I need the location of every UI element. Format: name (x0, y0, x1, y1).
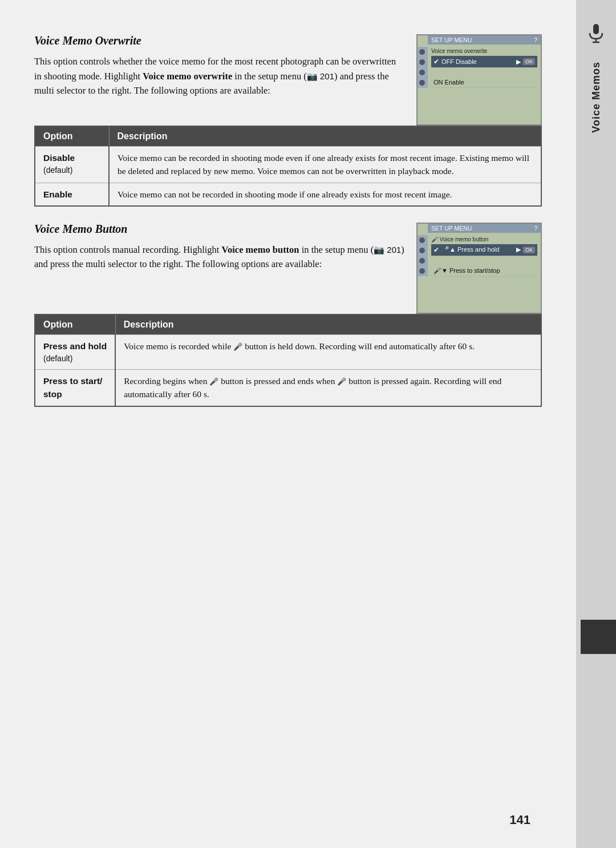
table2-row2-option: Press to start/stop (35, 370, 115, 406)
icon-dot-2 (419, 59, 425, 65)
table1-row2-desc: Voice memo can not be recorded in shooti… (109, 183, 541, 206)
icon-dot-3 (419, 70, 425, 75)
table2-row2-option-label: Press to start/stop (43, 376, 102, 399)
lcd2-title-bar: SET UP MENU ? (428, 224, 541, 233)
table2-row1-option-label: Press and hold (43, 341, 107, 351)
table2-col2-header: Description (115, 314, 541, 335)
page-container: Voice Memo Overwrite This option control… (0, 0, 576, 848)
lcd1-help: ? (534, 37, 537, 43)
table2-row1: Press and hold (default) Voice memo is r… (35, 334, 541, 369)
lcd1-title: SET UP MENU (431, 37, 472, 43)
table2-col1-header: Option (35, 314, 115, 335)
lcd2-row1: ✔ 🎤▲ Press and hold ▶ OK (431, 244, 537, 256)
lcd2-subtitle: 🎤 Voice memo button (431, 235, 537, 244)
lcd1-row2-label: ON Enable (433, 79, 464, 86)
lcd1-body: Voice memo overwrite ✔ OFF Disable ▶ OK … (428, 45, 541, 90)
section1-bold: Voice memo over­write (143, 71, 232, 82)
mic-icon-inline-3: 🎤 (337, 377, 346, 386)
lcd1-row1: ✔ OFF Disable ▶ OK (431, 56, 537, 68)
icon-dot-4 (419, 80, 425, 86)
icon-dot-7 (419, 258, 425, 264)
section2-screen: SET UP MENU ? 🎤 Voice memo button ✔ 🎤▲ P… (416, 223, 542, 314)
lcd1-row1-label: OFF Disable (441, 58, 477, 65)
tab-label-voice-memos: Voice Memos (590, 62, 602, 133)
table1-row1-sub: (default) (43, 164, 100, 176)
mic-icon-inline-2: 🎤 (209, 377, 218, 386)
table1-row2-option-label: Enable (43, 189, 72, 199)
table1-row1-desc: Voice memo can be recorded in shooting m… (109, 147, 541, 183)
section2-title: Voice Memo Button (34, 223, 405, 236)
lcd1-spacer (431, 68, 537, 77)
section-voice-memo-button: Voice Memo Button This option controls m… (34, 223, 542, 407)
section1-ref: 📷 201 (307, 71, 334, 81)
lcd-icons-left-1 (418, 47, 428, 88)
mic-tab-icon (586, 23, 606, 50)
lcd2-check: ✔ (433, 246, 439, 254)
lcd-screen-1: SET UP MENU ? Voice memo overwrite ✔ OFF… (416, 34, 542, 126)
section1-body: This option controls whether the voice m… (34, 54, 405, 98)
table2-head-row: Option Description (35, 314, 541, 335)
lcd2-row2: 🎤▼ Press to start/stop (431, 265, 537, 277)
microphone-icon (586, 23, 606, 43)
lcd1-row2: ON Enable (431, 77, 537, 88)
lcd2-arrow: ▶ (516, 246, 521, 253)
section2-body-text1: This option controls manual recording. H… (34, 244, 222, 255)
table1-row1-option: Disable (default) (35, 147, 109, 183)
svg-rect-0 (593, 24, 599, 34)
table1-row2-option: Enable (35, 183, 109, 206)
table2-row1-sub: (default) (43, 353, 107, 365)
section1-title: Voice Memo Overwrite (34, 34, 405, 47)
lcd1-subtitle: Voice memo overwrite (431, 47, 537, 56)
icon-dot-1 (419, 49, 425, 55)
section1-body-text2: in the setup menu ( (232, 71, 307, 82)
dark-tab-marker (581, 620, 616, 654)
table2-row1-desc: Voice memo is recorded while 🎤 button is… (115, 334, 541, 369)
right-tab: Voice Memos (576, 0, 616, 848)
section2-text: Voice Memo Button This option controls m… (34, 223, 405, 280)
lcd2-ok: OK (523, 247, 535, 253)
lcd2-row1-label: 🎤▲ Press and hold (441, 246, 499, 253)
table1-row1-option-label: Disable (43, 153, 75, 163)
icon-dot-6 (419, 248, 425, 253)
page-number: 141 (509, 813, 530, 827)
lcd1-arrow: ▶ (516, 58, 521, 66)
lcd2-help: ? (534, 225, 537, 232)
table2-row1-option: Press and hold (default) (35, 334, 115, 369)
table2-row2: Press to start/stop Recording begins whe… (35, 370, 541, 406)
icon-dot-5 (419, 237, 425, 243)
section2-body: This option controls manual recording. H… (34, 243, 405, 272)
section1-screen: SET UP MENU ? Voice memo overwrite ✔ OFF… (416, 34, 542, 126)
table1-body: Disable (default) Voice memo can be reco… (35, 147, 541, 206)
table2-row2-desc: Recording begins when 🎤 button is presse… (115, 370, 541, 406)
table1-col1-header: Option (35, 126, 109, 147)
section1-flex-row: Voice Memo Overwrite This option control… (34, 34, 542, 126)
table1-row2: Enable Voice memo can not be recorded in… (35, 183, 541, 206)
icon-dot-8 (419, 268, 425, 274)
section1-text: Voice Memo Overwrite This option control… (34, 34, 405, 106)
table1-row1: Disable (default) Voice memo can be reco… (35, 147, 541, 183)
lcd2-spacer (431, 256, 537, 265)
lcd1-title-bar: SET UP MENU ? (428, 35, 541, 45)
table-1: Option Description Disable (default) Voi… (34, 126, 542, 207)
table1-col2-header: Description (109, 126, 541, 147)
section-voice-memo-overwrite: Voice Memo Overwrite This option control… (34, 34, 542, 207)
mic-icon-inline-1: 🎤 (233, 342, 242, 351)
lcd2-row2-label: 🎤▼ Press to start/stop (433, 267, 500, 274)
table1-head-row: Option Description (35, 126, 541, 147)
lcd-screen-2: SET UP MENU ? 🎤 Voice memo button ✔ 🎤▲ P… (416, 223, 542, 314)
section2-flex-row: Voice Memo Button This option controls m… (34, 223, 542, 314)
section2-ref: 📷 201 (374, 245, 401, 255)
section2-body-text2: in the setup menu ( (299, 244, 374, 255)
lcd2-title: SET UP MENU (431, 225, 472, 232)
lcd-icons-left-2 (418, 235, 428, 276)
table-2: Option Description Press and hold (defau… (34, 314, 542, 407)
lcd2-body: 🎤 Voice memo button ✔ 🎤▲ Press and hold … (428, 233, 541, 279)
lcd1-check: ✔ (433, 58, 439, 66)
table2-body: Press and hold (default) Voice memo is r… (35, 334, 541, 406)
table2-head: Option Description (35, 314, 541, 335)
section2-bold: Voice memo button (222, 244, 299, 255)
lcd1-ok: OK (523, 58, 535, 65)
table1-head: Option Description (35, 126, 541, 147)
